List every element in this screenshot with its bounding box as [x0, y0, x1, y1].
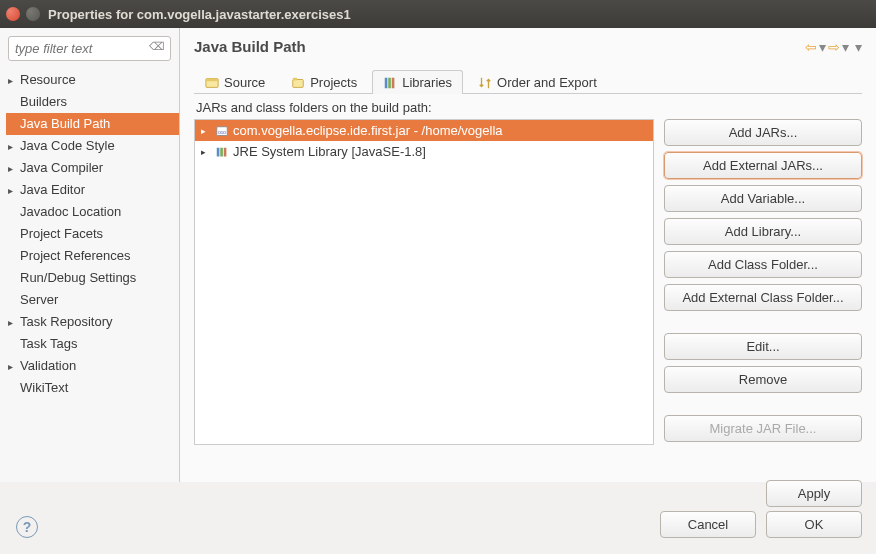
sidebar-item-resource[interactable]: Resource	[6, 69, 179, 91]
titlebar: Properties for com.vogella.javastarter.e…	[0, 0, 876, 28]
forward-menu-icon[interactable]: ▾	[842, 39, 849, 55]
cancel-button[interactable]: Cancel	[660, 511, 756, 538]
window-title: Properties for com.vogella.javastarter.e…	[48, 7, 351, 22]
svg-rect-5	[388, 77, 391, 88]
sidebar-item-task-repository[interactable]: Task Repository	[6, 311, 179, 333]
tab-projects[interactable]: Projects	[280, 70, 368, 94]
add-external-class-folder-button[interactable]: Add External Class Folder...	[664, 284, 862, 311]
jar-list[interactable]: ▸010com.vogella.eclipse.ide.first.jar - …	[194, 119, 654, 445]
nav-arrows: ⇦ ▾ ⇨ ▾ ▾	[805, 39, 862, 55]
svg-rect-3	[293, 77, 297, 80]
remove-button[interactable]: Remove	[664, 366, 862, 393]
tab-libraries[interactable]: Libraries	[372, 70, 463, 94]
tab-source[interactable]: Source	[194, 70, 276, 94]
jar-row[interactable]: ▸JRE System Library [JavaSE-1.8]	[195, 141, 653, 162]
add-jars-button[interactable]: Add JARs...	[664, 119, 862, 146]
sidebar-item-java-code-style[interactable]: Java Code Style	[6, 135, 179, 157]
back-menu-icon[interactable]: ▾	[819, 39, 826, 55]
order-icon	[478, 76, 492, 90]
svg-rect-2	[293, 79, 304, 87]
add-external-jars-button[interactable]: Add External JARs...	[664, 152, 862, 179]
sidebar-item-wikitext[interactable]: WikiText	[6, 377, 179, 399]
libraries-icon	[383, 76, 397, 90]
jars-label: JARs and class folders on the build path…	[196, 100, 862, 115]
sidebar-item-server[interactable]: Server	[6, 289, 179, 311]
svg-rect-11	[224, 147, 227, 156]
filter-input[interactable]	[8, 36, 171, 61]
jre-icon	[215, 146, 229, 158]
source-icon	[205, 76, 219, 90]
back-icon[interactable]: ⇦	[805, 39, 817, 55]
tab-label: Projects	[310, 75, 357, 90]
sidebar-item-project-references[interactable]: Project References	[6, 245, 179, 267]
sidebar-item-java-editor[interactable]: Java Editor	[6, 179, 179, 201]
svg-rect-6	[392, 77, 395, 88]
help-icon[interactable]: ?	[16, 516, 38, 538]
window-minimize-button[interactable]	[26, 7, 40, 21]
jar-label: com.vogella.eclipse.ide.first.jar - /hom…	[233, 123, 503, 138]
sidebar-item-builders[interactable]: Builders	[6, 91, 179, 113]
sidebar-item-run-debug-settings[interactable]: Run/Debug Settings	[6, 267, 179, 289]
jar-label: JRE System Library [JavaSE-1.8]	[233, 144, 426, 159]
add-variable-button[interactable]: Add Variable...	[664, 185, 862, 212]
migrate-jar-button: Migrate JAR File...	[664, 415, 862, 442]
sidebar-item-java-compiler[interactable]: Java Compiler	[6, 157, 179, 179]
clear-filter-icon[interactable]: ⌫	[149, 40, 165, 53]
projects-icon	[291, 76, 305, 90]
svg-rect-4	[385, 77, 388, 88]
main-panel: Java Build Path ⇦ ▾ ⇨ ▾ ▾ SourceProjects…	[180, 28, 876, 482]
view-menu-icon[interactable]: ▾	[855, 39, 862, 55]
forward-icon[interactable]: ⇨	[828, 39, 840, 55]
sidebar-item-validation[interactable]: Validation	[6, 355, 179, 377]
add-library-button[interactable]: Add Library...	[664, 218, 862, 245]
svg-rect-10	[220, 147, 223, 156]
jar-row[interactable]: ▸010com.vogella.eclipse.ide.first.jar - …	[195, 120, 653, 141]
sidebar-item-project-facets[interactable]: Project Facets	[6, 223, 179, 245]
sidebar-item-task-tags[interactable]: Task Tags	[6, 333, 179, 355]
page-title: Java Build Path	[194, 38, 306, 55]
svg-rect-9	[217, 147, 220, 156]
tabs: SourceProjectsLibrariesOrder and Export	[194, 69, 862, 94]
category-tree: ResourceBuildersJava Build PathJava Code…	[6, 69, 179, 399]
ok-button[interactable]: OK	[766, 511, 862, 538]
svg-rect-1	[206, 78, 218, 81]
button-column: Add JARs... Add External JARs... Add Var…	[664, 119, 862, 445]
tab-label: Libraries	[402, 75, 452, 90]
expand-icon[interactable]: ▸	[201, 147, 211, 157]
sidebar-item-java-build-path[interactable]: Java Build Path	[6, 113, 179, 135]
window-close-button[interactable]	[6, 7, 20, 21]
apply-button[interactable]: Apply	[766, 480, 862, 507]
tab-order-and-export[interactable]: Order and Export	[467, 70, 608, 94]
svg-text:010: 010	[218, 129, 226, 134]
jar-icon: 010	[215, 125, 229, 137]
tab-label: Source	[224, 75, 265, 90]
expand-icon[interactable]: ▸	[201, 126, 211, 136]
sidebar: ⌫ ResourceBuildersJava Build PathJava Co…	[0, 28, 180, 482]
tab-label: Order and Export	[497, 75, 597, 90]
edit-button[interactable]: Edit...	[664, 333, 862, 360]
add-class-folder-button[interactable]: Add Class Folder...	[664, 251, 862, 278]
sidebar-item-javadoc-location[interactable]: Javadoc Location	[6, 201, 179, 223]
footer: Apply ? Cancel OK	[0, 482, 876, 554]
